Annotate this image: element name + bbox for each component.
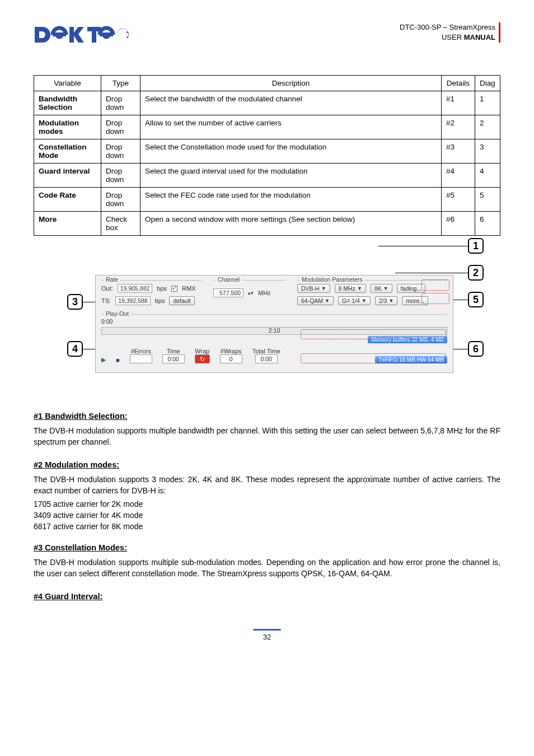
section-2-l1: 1705 active carrier for 2K mode [34, 500, 500, 508]
out-value[interactable]: 19,905,882 [118, 284, 153, 293]
cell-description: Select the guard interval used for the m… [140, 164, 442, 188]
playout-group-label: Play-Out [104, 310, 131, 317]
table-row: Code RateDrop downSelect the FEC code ra… [34, 188, 500, 212]
bps-2: bps [155, 297, 165, 304]
th-variable: Variable [34, 76, 101, 91]
chevron-down-icon: ▼ [362, 298, 367, 304]
chevron-down-icon: ▼ [325, 298, 330, 304]
cell-details: #5 [442, 188, 475, 212]
cell-diag: 1 [475, 91, 500, 115]
callout-2: 2 [468, 265, 484, 281]
section-2-l3: 6817 active carrier for 8K mode [34, 522, 500, 531]
cell-description: Select the FEC code rate used for the mo… [140, 188, 442, 212]
memory-highlight-box [301, 329, 446, 339]
th-details: Details [442, 76, 475, 91]
wrap-button[interactable]: ↻ [195, 354, 210, 363]
section-2-body: The DVB-H modulation supports 3 modes: 2… [34, 474, 500, 497]
doc-type: USER MANUAL [400, 32, 495, 43]
section-4-title: #4 Guard Interval: [34, 592, 500, 601]
variables-table: Variable Type Description Details Diag B… [34, 75, 500, 236]
th-description: Description [140, 76, 442, 91]
cell-description: Select the Constellation mode used for t… [140, 139, 442, 164]
svg-rect-0 [53, 32, 66, 36]
table-row: Bandwidth SelectionDrop downSelect the b… [34, 91, 500, 115]
stop-icon[interactable]: ■ [116, 357, 120, 363]
mhz-label: MHz [258, 290, 271, 296]
rmx-checkbox[interactable] [171, 286, 177, 292]
rate-group-label: Rate [104, 276, 120, 283]
cell-description: Select the bandwidth of the modulated ch… [140, 91, 442, 115]
th-diag: Diag [475, 76, 500, 91]
out-label: Out: [101, 285, 113, 292]
callout-6: 6 [468, 341, 484, 357]
cell-diag: 2 [475, 115, 500, 139]
channel-group-label: Channel [216, 276, 242, 283]
fading-highlight-box [421, 279, 449, 291]
section-3-body: The DVB-H modulation supports multiple s… [34, 557, 500, 580]
cell-variable: Constellation Mode [34, 139, 101, 164]
ts-value[interactable]: 19,392,588 [115, 296, 151, 305]
time-label: Time [162, 348, 185, 354]
table-row: MoreCheck boxOpen a second window with m… [34, 212, 500, 236]
mode-dropdown[interactable]: 8K▼ [371, 284, 392, 293]
section-2-title: #2 Modulation modes: [34, 460, 500, 469]
cell-details: #1 [442, 91, 475, 115]
cell-details: #3 [442, 139, 475, 164]
constellation-dropdown[interactable]: 64-QAM▼ [297, 296, 334, 305]
th-type: Type [101, 76, 140, 91]
play-icon[interactable]: ▶ [101, 356, 106, 363]
cell-description: Open a second window with more settings … [140, 212, 442, 236]
bandwidth-dropdown[interactable]: 8 MHz▼ [335, 284, 366, 293]
cell-type: Drop down [101, 139, 140, 164]
errors-label: #Errors [130, 348, 152, 354]
wraps-label: #Wraps [220, 348, 242, 354]
dvbh-dropdown[interactable]: DVB-H▼ [297, 284, 330, 293]
errors-value [130, 354, 152, 363]
total-time-label: Total Time [252, 348, 280, 354]
page-header: DTC-300-SP – StreamXpress USER MANUAL [34, 22, 500, 47]
svg-rect-1 [100, 32, 113, 36]
cell-variable: Modulation modes [34, 115, 101, 139]
playout-elapsed: 0:00 [101, 318, 447, 325]
rmx-label: RMX [182, 285, 195, 292]
more-highlight-box [421, 293, 449, 304]
cell-diag: 5 [475, 188, 500, 212]
callout-5: 5 [468, 292, 484, 307]
wrap-label: Wrap [195, 348, 210, 354]
chevron-down-icon: ▼ [321, 286, 326, 291]
section-3-title: #3 Constellation Modes: [34, 543, 500, 552]
callout-1: 1 [468, 238, 484, 254]
bps-1: bps [157, 285, 167, 292]
modparams-group-label: Modulation Parameters [299, 276, 365, 283]
section-1-body: The DVB-H modulation supports multiple b… [34, 425, 500, 448]
cell-description: Allow to set the number of active carrie… [140, 115, 442, 139]
cell-type: Check box [101, 212, 140, 236]
wraps-value: 0 [220, 354, 242, 363]
progress-time: 2:10 [269, 327, 280, 334]
cell-type: Drop down [101, 164, 140, 188]
cell-type: Drop down [101, 91, 140, 115]
cell-details: #2 [442, 115, 475, 139]
chevron-down-icon: ▼ [383, 286, 388, 291]
guard-dropdown[interactable]: G= 1/4▼ [338, 296, 371, 305]
cell-variable: More [34, 212, 101, 236]
diagram-area: 1 2 3 4 5 6 Rate Out: 19,905,882 bps RMX… [34, 241, 500, 398]
cell-diag: 3 [475, 139, 500, 164]
chevron-down-icon: ▼ [388, 298, 394, 304]
ui-panel: Rate Out: 19,905,882 bps RMX TS: 19,392,… [95, 275, 453, 373]
cell-type: Drop down [101, 115, 140, 139]
cell-details: #4 [442, 164, 475, 188]
cell-variable: Code Rate [34, 188, 101, 212]
time-value: 0:00 [162, 354, 185, 363]
coderate-dropdown[interactable]: 2/3▼ [375, 296, 398, 305]
channel-value[interactable]: 577.500 [213, 288, 243, 297]
product-name: DTC-300-SP – StreamXpress [400, 22, 495, 32]
total-time-value: 0:00 [255, 354, 278, 363]
default-button[interactable]: default [169, 296, 195, 305]
table-row: Constellation ModeDrop downSelect the Co… [34, 139, 500, 164]
table-row: Guard intervalDrop downSelect the guard … [34, 164, 500, 188]
callout-4: 4 [67, 341, 83, 357]
spinner-icon[interactable]: ▴▾ [248, 290, 254, 296]
chevron-down-icon: ▼ [357, 286, 362, 291]
section-1-title: #1 Bandwidth Selection: [34, 412, 500, 421]
